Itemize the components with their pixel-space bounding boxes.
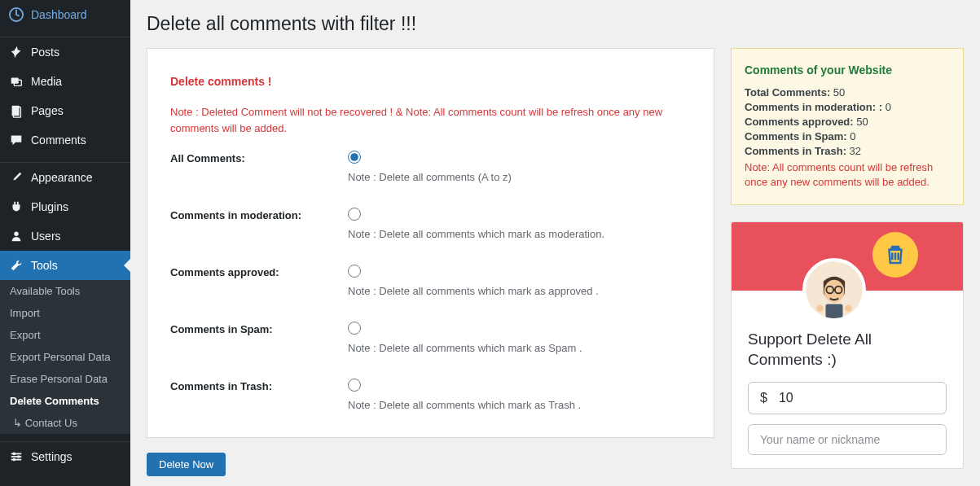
stats-note: Note: All comments count will be refresh… (745, 160, 950, 190)
option-label: Comments in Trash: (170, 379, 348, 392)
filter-form-panel: Delete comments ! Note : Deleted Comment… (147, 48, 714, 438)
stat-spam: Comments in Spam: 0 (745, 130, 950, 142)
wrench-icon (8, 257, 24, 274)
sidebar-item-media[interactable]: Media (0, 67, 130, 96)
option-approved: Comments approved: Note : Delete all com… (170, 265, 691, 297)
user-icon (8, 228, 24, 244)
brush-icon (8, 169, 24, 186)
option-note: Note : Delete all comments which mark as… (348, 285, 691, 297)
option-note: Note : Delete all comments which mark as… (348, 399, 691, 411)
content-area: Delete all comments with filter !!! Dele… (130, 0, 980, 486)
support-box: Support Delete All Comments :) $ (731, 221, 964, 468)
sidebar-item-tools[interactable]: Tools (0, 251, 130, 280)
sidebar-item-dashboard[interactable]: Dashboard (0, 0, 130, 29)
sidebar-item-posts[interactable]: Posts (0, 37, 130, 67)
radio-moderation[interactable] (348, 208, 361, 221)
svg-point-10 (17, 455, 20, 458)
sidebar-item-label: Posts (31, 46, 59, 59)
sidebar-item-users[interactable]: Users (0, 221, 130, 251)
sidebar-item-plugins[interactable]: Plugins (0, 192, 130, 221)
panel-heading: Delete comments ! (170, 75, 691, 88)
sidebar-item-label: Pages (31, 104, 64, 117)
plug-icon (8, 199, 24, 215)
submenu-item-erase-personal-data[interactable]: Erase Personal Data (0, 368, 130, 390)
submenu-item-export[interactable]: Export (0, 324, 130, 346)
sidebar-item-label: Settings (31, 450, 73, 463)
svg-point-5 (14, 232, 18, 236)
option-note: Note : Delete all comments which mark as… (348, 342, 691, 354)
settings-icon (8, 449, 24, 465)
sidebar-item-comments[interactable]: Comments (0, 125, 130, 155)
submenu-item-contact-us[interactable]: ↳ Contact Us (0, 412, 130, 434)
warning-note: Note : Deleted Comment will not be recov… (170, 104, 691, 136)
sidebar-item-label: Appearance (31, 171, 93, 184)
option-all-comments: All Comments: Note : Delete all comments… (170, 151, 691, 183)
option-label: Comments in moderation: (170, 208, 348, 221)
delete-now-button[interactable]: Delete Now (147, 453, 226, 476)
option-moderation: Comments in moderation: Note : Delete al… (170, 208, 691, 240)
amount-input[interactable] (779, 391, 934, 405)
radio-trash[interactable] (348, 379, 361, 392)
right-column: Comments of your Website Total Comments:… (731, 48, 964, 469)
option-label: Comments approved: (170, 265, 348, 278)
trash-bubble-icon (872, 232, 918, 278)
svg-rect-1 (11, 78, 19, 84)
svg-rect-17 (826, 304, 843, 319)
stats-box: Comments of your Website Total Comments:… (731, 48, 964, 205)
sidebar-item-label: Tools (31, 259, 58, 272)
page-title: Delete all comments with filter !!! (147, 0, 964, 48)
left-column: Delete comments ! Note : Deleted Comment… (147, 48, 714, 476)
sidebar-item-settings[interactable]: Settings (0, 442, 130, 471)
stat-moderation: Comments in moderation: : 0 (745, 101, 950, 113)
stats-heading: Comments of your Website (745, 63, 950, 77)
svg-point-18 (816, 305, 824, 313)
author-avatar (802, 258, 866, 322)
stat-trash: Comments in Trash: 32 (745, 145, 950, 157)
sidebar-item-appearance[interactable]: Appearance (0, 163, 130, 192)
option-note: Note : Delete all comments which mark as… (348, 228, 691, 240)
submenu-item-delete-comments[interactable]: Delete Comments (0, 390, 130, 412)
sidebar-item-label: Media (31, 75, 62, 88)
sidebar-item-pages[interactable]: Pages (0, 96, 130, 125)
sidebar-item-label: Users (31, 230, 61, 243)
option-note: Note : Delete all comments (A to z) (348, 171, 691, 183)
comment-icon (8, 132, 24, 148)
tools-submenu: Available Tools Import Export Export Per… (0, 280, 130, 434)
submenu-item-available-tools[interactable]: Available Tools (0, 280, 130, 302)
stat-approved: Comments approved: 50 (745, 116, 950, 128)
option-label: Comments in Spam: (170, 322, 348, 335)
sidebar-item-label: Plugins (31, 200, 68, 213)
admin-sidebar: Dashboard Posts Media Pages Comments App… (0, 0, 130, 486)
option-label: All Comments: (170, 151, 348, 164)
stat-total: Total Comments: 50 (745, 86, 950, 99)
radio-approved[interactable] (348, 265, 361, 278)
media-icon (8, 73, 24, 90)
submenu-item-export-personal-data[interactable]: Export Personal Data (0, 346, 130, 368)
name-input[interactable] (748, 424, 947, 455)
support-heading: Support Delete All Comments :) (748, 330, 947, 370)
amount-field[interactable]: $ (748, 382, 947, 414)
radio-spam[interactable] (348, 322, 361, 335)
sidebar-item-label: Comments (31, 134, 86, 147)
pin-icon (8, 44, 24, 60)
svg-point-9 (13, 453, 16, 456)
page-icon (8, 103, 24, 119)
radio-all-comments[interactable] (348, 151, 361, 164)
dashboard-icon (8, 7, 24, 23)
support-header (732, 222, 963, 291)
submenu-item-import[interactable]: Import (0, 302, 130, 324)
svg-point-19 (845, 305, 852, 313)
currency-symbol: $ (760, 391, 767, 405)
sidebar-item-label: Dashboard (31, 8, 87, 21)
option-spam: Comments in Spam: Note : Delete all comm… (170, 322, 691, 354)
svg-point-11 (13, 458, 16, 462)
option-trash: Comments in Trash: Note : Delete all com… (170, 379, 691, 411)
